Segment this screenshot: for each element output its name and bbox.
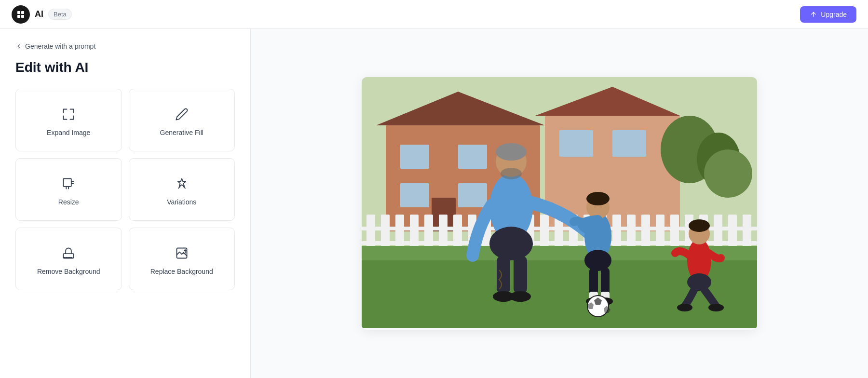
- svg-rect-49: [728, 215, 737, 251]
- svg-point-56: [501, 168, 522, 179]
- expand-image-label: Expand Image: [47, 129, 90, 136]
- beta-badge: Beta: [48, 9, 72, 20]
- variations-label: Variations: [167, 198, 196, 206]
- svg-rect-48: [714, 215, 722, 251]
- svg-point-80: [677, 304, 692, 311]
- svg-rect-50: [743, 215, 751, 251]
- svg-rect-42: [627, 215, 636, 251]
- svg-point-61: [510, 291, 531, 302]
- content-area: [251, 29, 868, 378]
- svg-point-64: [586, 192, 610, 205]
- svg-rect-29: [439, 215, 448, 251]
- generative-fill-card[interactable]: Generative Fill: [129, 89, 235, 151]
- replace-background-card[interactable]: Replace Background: [129, 228, 235, 290]
- svg-rect-41: [612, 215, 621, 251]
- replace-background-label: Replace Background: [150, 268, 213, 275]
- svg-point-21: [704, 149, 752, 198]
- svg-rect-24: [366, 215, 375, 251]
- svg-rect-18: [612, 130, 646, 157]
- resize-label: Resize: [58, 198, 79, 206]
- svg-rect-4: [64, 179, 71, 187]
- pen-icon: [174, 107, 190, 122]
- sidebar: Generate with a prompt Edit with AI Expa…: [0, 29, 251, 378]
- variations-card[interactable]: Variations: [129, 158, 235, 221]
- variations-icon: [174, 176, 190, 191]
- resize-card[interactable]: Resize: [15, 158, 122, 221]
- svg-rect-36: [540, 215, 549, 251]
- svg-rect-12: [400, 145, 429, 169]
- svg-rect-15: [458, 183, 487, 207]
- svg-rect-45: [670, 215, 679, 251]
- svg-rect-14: [400, 183, 429, 207]
- svg-rect-1: [21, 11, 24, 14]
- logo-icon: [12, 5, 30, 24]
- ai-label: AI: [35, 9, 43, 19]
- svg-rect-0: [17, 11, 20, 14]
- svg-rect-28: [424, 215, 433, 251]
- resize-icon: [61, 176, 76, 191]
- generative-fill-label: Generative Fill: [160, 129, 203, 136]
- svg-rect-25: [381, 215, 390, 251]
- app-header: AI Beta Upgrade: [0, 0, 868, 29]
- main-layout: Generate with a prompt Edit with AI Expa…: [0, 29, 868, 378]
- svg-rect-27: [410, 215, 419, 251]
- svg-rect-13: [458, 145, 487, 169]
- remove-bg-icon: [61, 245, 76, 261]
- svg-rect-44: [656, 215, 665, 251]
- svg-point-81: [708, 304, 724, 311]
- replace-bg-icon: [174, 245, 190, 261]
- remove-background-label: Remove Background: [37, 268, 100, 275]
- image-container: [362, 77, 757, 330]
- cards-grid: Expand Image Generative Fill: [15, 89, 235, 290]
- remove-background-card[interactable]: Remove Background: [15, 228, 122, 290]
- svg-rect-43: [641, 215, 650, 251]
- svg-rect-59: [514, 256, 527, 294]
- expand-icon: [61, 107, 76, 122]
- svg-point-57: [489, 227, 533, 260]
- header-left: AI Beta: [12, 5, 72, 24]
- soccer-scene-image: [362, 77, 757, 328]
- svg-point-78: [689, 219, 710, 232]
- expand-image-card[interactable]: Expand Image: [15, 89, 122, 151]
- svg-rect-2: [17, 15, 20, 18]
- svg-rect-26: [395, 215, 404, 251]
- svg-point-55: [496, 143, 527, 161]
- svg-point-65: [584, 250, 611, 271]
- page-title: Edit with AI: [15, 60, 235, 75]
- svg-rect-58: [497, 256, 510, 294]
- svg-rect-3: [21, 15, 24, 18]
- back-label: Generate with a prompt: [25, 42, 95, 50]
- svg-rect-30: [453, 215, 462, 251]
- back-button[interactable]: Generate with a prompt: [15, 42, 235, 50]
- svg-rect-17: [559, 130, 593, 157]
- upgrade-button[interactable]: Upgrade: [800, 6, 856, 23]
